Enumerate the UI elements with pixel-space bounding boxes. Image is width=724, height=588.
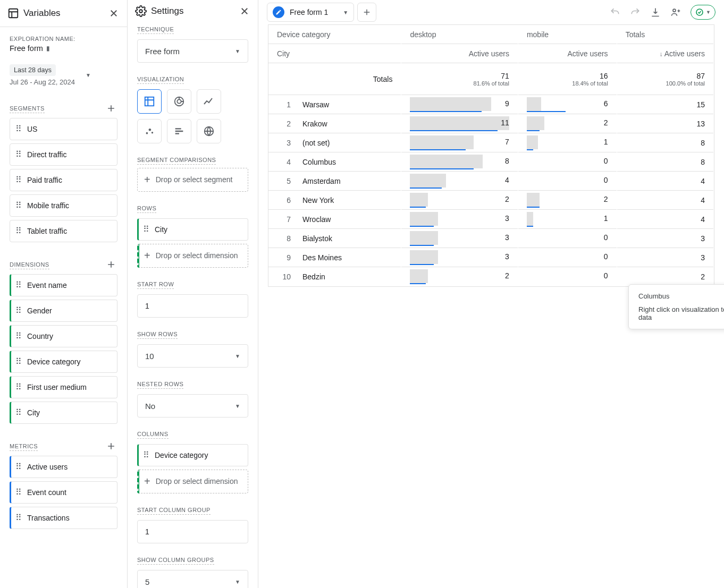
show-rows-select[interactable]: 10▼	[137, 344, 248, 368]
add-metric-button[interactable]	[105, 440, 117, 453]
technique-select[interactable]: Free form▼	[137, 39, 248, 63]
chip-mobile-traffic[interactable]: ⠿Mobile traffic	[10, 194, 117, 217]
redo-button[interactable]	[628, 5, 643, 20]
chip-city[interactable]: ⠿City	[10, 402, 117, 424]
technique-label: TECHNIQUE	[137, 25, 174, 34]
header-mobile[interactable]: mobile	[518, 25, 617, 44]
desktop-cell: 2	[401, 267, 518, 286]
viz-scatter-icon[interactable]	[137, 119, 162, 143]
segment-dropzone[interactable]: + Drop or select segment	[137, 168, 248, 192]
plus-icon: +	[144, 250, 150, 262]
desktop-cell: 11	[401, 114, 518, 133]
rows-dropzone[interactable]: + Drop or select dimension	[137, 244, 248, 268]
chip-event-count[interactable]: ⠿Event count	[10, 481, 117, 504]
chip-event-name[interactable]: ⠿Event name	[10, 274, 117, 296]
city-cell: Bialystok	[297, 234, 401, 243]
close-variables-button[interactable]	[108, 7, 120, 19]
svg-point-5	[146, 132, 148, 134]
table-row[interactable]: 4Columbus808	[268, 152, 714, 172]
city-cell: (not set)	[297, 139, 401, 147]
table-row[interactable]: 5Amsterdam404	[268, 172, 714, 191]
column-chip-device-category[interactable]: ⠿ Device category	[137, 444, 248, 466]
chip-active-users[interactable]: ⠿Active users	[10, 456, 117, 478]
table-row[interactable]: 10Bedzin202	[268, 267, 714, 286]
chevron-down-icon: ▼	[235, 48, 240, 54]
svg-rect-0	[9, 9, 18, 18]
viz-bar-icon[interactable]	[167, 119, 191, 143]
table-row[interactable]: 8Bialystok303	[268, 229, 714, 248]
header-city[interactable]: City	[268, 44, 401, 63]
desktop-cell: 3	[401, 229, 518, 248]
undo-button[interactable]	[608, 5, 622, 20]
total-cell: 3	[617, 248, 713, 267]
status-pill[interactable]: ▼	[691, 5, 715, 20]
variables-panel-title: Variables	[7, 7, 61, 19]
mobile-cell: 6	[518, 95, 617, 114]
chevron-down-icon[interactable]: ▼	[343, 10, 348, 15]
chip-transactions[interactable]: ⠿Transactions	[10, 507, 117, 529]
table-row[interactable]: 9Des Moines303	[268, 248, 714, 267]
header-totals[interactable]: Totals	[617, 25, 713, 44]
total-cell: 4	[617, 172, 713, 191]
tab-name: Free form 1	[290, 8, 328, 16]
nested-rows-select[interactable]: No▼	[137, 394, 248, 417]
mobile-cell: 0	[518, 248, 617, 267]
table-row[interactable]: 7Wroclaw314	[268, 210, 714, 229]
viz-donut-icon[interactable]	[167, 89, 191, 114]
header-active-desktop[interactable]: Active users	[401, 44, 518, 63]
total-cell: 3	[617, 229, 713, 248]
exploration-name-value[interactable]: Free form ▮	[10, 44, 117, 53]
chip-us[interactable]: ⠿US	[10, 118, 117, 140]
table-row[interactable]: 6New York224	[268, 191, 714, 210]
start-col-input[interactable]: 1	[137, 520, 248, 543]
header-desktop[interactable]: desktop	[401, 25, 518, 44]
date-dropdown-icon[interactable]: ▼	[86, 72, 91, 78]
mobile-cell: 0	[518, 229, 617, 248]
drag-handle-icon: ⠿	[15, 150, 22, 159]
date-preset[interactable]: Last 28 days	[10, 64, 56, 76]
show-rows-label: SHOW ROWS	[137, 330, 178, 339]
row-chip-city[interactable]: ⠿ City	[137, 218, 248, 241]
viz-geo-icon[interactable]	[197, 119, 221, 143]
city-cell: Bedzin	[297, 272, 401, 281]
close-settings-button[interactable]	[239, 5, 250, 17]
active-tab[interactable]: Free form 1 ▼	[267, 3, 354, 22]
total-cell: 4	[617, 210, 713, 229]
chip-first-user-medium[interactable]: ⠿First user medium	[10, 376, 117, 398]
exploration-name-label: EXPLORATION NAME:	[10, 36, 117, 42]
chip-tablet-traffic[interactable]: ⠿Tablet traffic	[10, 220, 117, 242]
total-cell: 13	[617, 114, 713, 133]
chip-gender[interactable]: ⠿Gender	[10, 300, 117, 322]
add-segment-button[interactable]	[105, 102, 117, 115]
share-button[interactable]	[668, 5, 683, 20]
drag-handle-icon: ⠿	[15, 488, 22, 497]
total-cell: 4	[617, 191, 713, 210]
download-button[interactable]	[648, 5, 663, 20]
mobile-cell: 2	[518, 114, 617, 133]
add-tab-button[interactable]	[357, 3, 376, 22]
city-cell: New York	[297, 196, 401, 204]
check-icon	[695, 8, 704, 16]
chip-country[interactable]: ⠿Country	[10, 325, 117, 347]
table-row[interactable]: 1Warsaw9615	[268, 95, 714, 114]
viz-table-icon[interactable]	[137, 89, 162, 114]
desktop-cell: 8	[401, 152, 518, 172]
table-row[interactable]: 2Krakow11213	[268, 114, 714, 133]
header-active-mobile[interactable]: Active users	[518, 44, 617, 63]
drag-handle-icon: ⠿	[15, 176, 22, 184]
table-row[interactable]: 3(not set)718	[268, 133, 714, 152]
columns-dropzone[interactable]: + Drop or select dimension	[137, 470, 248, 493]
start-row-input[interactable]: 1	[137, 294, 248, 318]
viz-line-icon[interactable]	[197, 89, 221, 114]
header-active-total[interactable]: Active users	[617, 44, 713, 63]
show-col-select[interactable]: 5▼	[137, 570, 248, 588]
columns-label: COLUMNS	[137, 430, 169, 439]
chip-paid-traffic[interactable]: ⠿Paid traffic	[10, 169, 117, 191]
chip-direct-traffic[interactable]: ⠿Direct traffic	[10, 143, 117, 166]
chevron-down-icon: ▼	[706, 10, 711, 15]
add-dimension-button[interactable]	[105, 258, 117, 271]
edit-name-icon: ▮	[46, 45, 50, 52]
chip-device-category[interactable]: ⠿Device category	[10, 351, 117, 373]
data-table: Device category desktop mobile Totals Ci…	[268, 24, 714, 287]
svg-point-7	[151, 132, 153, 133]
